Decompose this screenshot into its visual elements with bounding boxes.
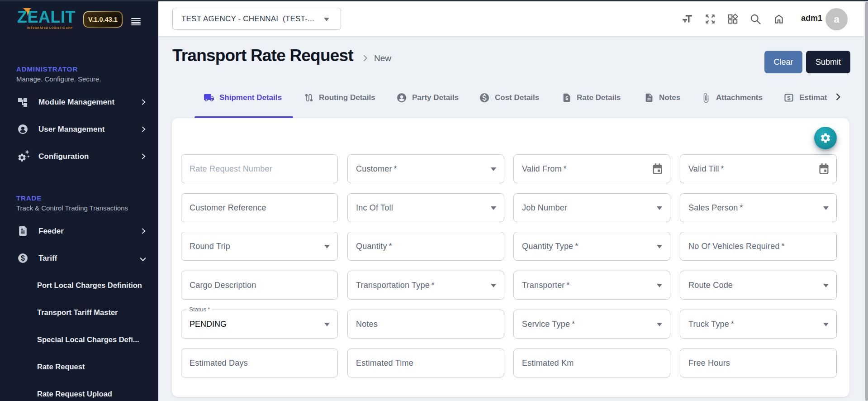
svg-text:$: $ [787,95,791,101]
svg-text:$: $ [21,254,25,262]
